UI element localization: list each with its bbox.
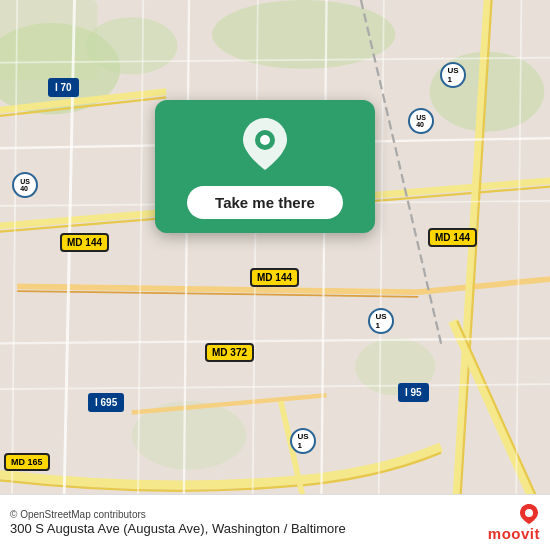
take-me-there-button[interactable]: Take me there bbox=[187, 186, 343, 219]
badge-md372: MD 372 bbox=[205, 343, 254, 362]
bottom-bar: © OpenStreetMap contributors 300 S Augus… bbox=[0, 494, 550, 550]
svg-point-38 bbox=[525, 509, 533, 517]
svg-rect-4 bbox=[0, 0, 97, 80]
badge-us1-mid: US1 bbox=[368, 308, 394, 334]
location-pin-icon bbox=[239, 118, 291, 170]
badge-md144-left: MD 144 bbox=[60, 233, 109, 252]
osm-attribution: © OpenStreetMap contributors bbox=[10, 509, 488, 520]
badge-i95: I 95 bbox=[398, 383, 429, 402]
badge-us40-top: US40 bbox=[408, 108, 434, 134]
address-line: 300 S Augusta Ave (Augusta Ave), Washing… bbox=[10, 521, 488, 536]
badge-md144-right: MD 144 bbox=[428, 228, 477, 247]
svg-point-37 bbox=[260, 135, 270, 145]
badge-us40-left: US40 bbox=[12, 172, 38, 198]
moovit-logo: moovit bbox=[488, 503, 540, 542]
moovit-pin-icon bbox=[518, 503, 540, 525]
badge-us1-bot: US1 bbox=[290, 428, 316, 454]
map-container: I 70 US1 US40 US40 MD 144 MD 144 MD 144 … bbox=[0, 0, 550, 550]
location-card: Take me there bbox=[155, 100, 375, 233]
badge-md165: MD 165 bbox=[4, 453, 50, 471]
badge-us1-top: US1 bbox=[440, 62, 466, 88]
moovit-text: moovit bbox=[488, 525, 540, 542]
bottom-info: © OpenStreetMap contributors 300 S Augus… bbox=[10, 509, 488, 536]
badge-md144-center: MD 144 bbox=[250, 268, 299, 287]
svg-point-5 bbox=[86, 17, 178, 74]
badge-i70: I 70 bbox=[48, 78, 79, 97]
badge-i695: I 695 bbox=[88, 393, 124, 412]
